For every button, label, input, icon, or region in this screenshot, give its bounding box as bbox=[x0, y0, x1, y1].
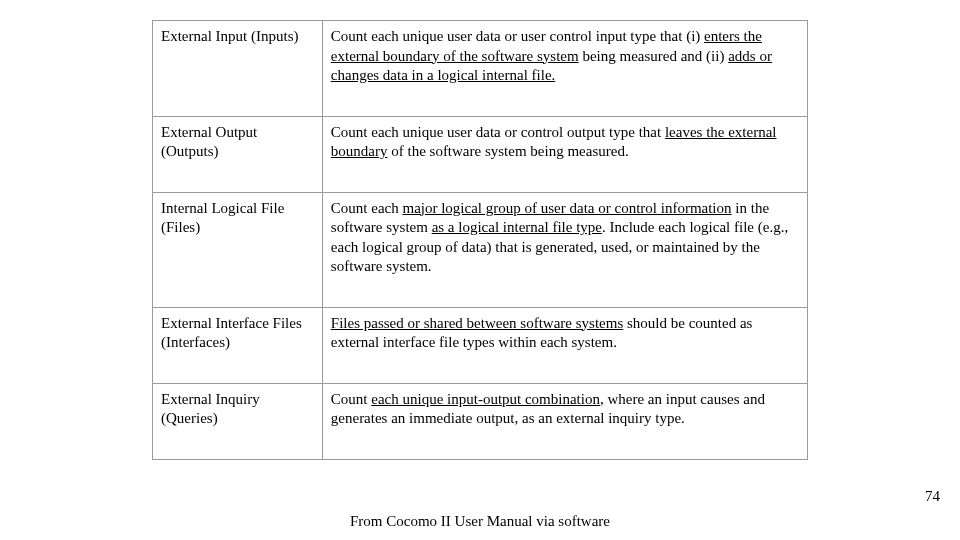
page-number: 74 bbox=[925, 488, 940, 505]
desc-text: Count each bbox=[331, 200, 403, 216]
desc-underline: Files passed or shared between software … bbox=[331, 315, 623, 331]
desc-underline: as a logical internal file type bbox=[432, 219, 602, 235]
row-description: Count each major logical group of user d… bbox=[322, 192, 807, 307]
row-label: External Inquiry (Queries) bbox=[153, 383, 323, 459]
desc-text: Count each unique user data or control o… bbox=[331, 124, 665, 140]
desc-text: Count bbox=[331, 391, 371, 407]
row-description: Count each unique user data or user cont… bbox=[322, 21, 807, 117]
row-label: External Input (Inputs) bbox=[153, 21, 323, 117]
table-row: External Output (Outputs) Count each uni… bbox=[153, 116, 808, 192]
table-row: Internal Logical File (Files) Count each… bbox=[153, 192, 808, 307]
row-label: External Output (Outputs) bbox=[153, 116, 323, 192]
row-label: External Interface Files (Interfaces) bbox=[153, 307, 323, 383]
table-row: External Inquiry (Queries) Count each un… bbox=[153, 383, 808, 459]
desc-underline: each unique input-output combination bbox=[371, 391, 600, 407]
desc-text: of the software system being measured. bbox=[387, 143, 628, 159]
table-row: External Interface Files (Interfaces) Fi… bbox=[153, 307, 808, 383]
slide-page: External Input (Inputs) Count each uniqu… bbox=[0, 0, 960, 540]
desc-underline: major logical group of user data or cont… bbox=[402, 200, 731, 216]
row-description: Files passed or shared between software … bbox=[322, 307, 807, 383]
function-point-table: External Input (Inputs) Count each uniqu… bbox=[152, 20, 808, 460]
desc-text: Count each unique user data or user cont… bbox=[331, 28, 704, 44]
row-description: Count each unique input-output combinati… bbox=[322, 383, 807, 459]
footer-caption: From Cocomo II User Manual via software bbox=[0, 513, 960, 530]
desc-text: being measured and (ii) bbox=[579, 48, 729, 64]
row-description: Count each unique user data or control o… bbox=[322, 116, 807, 192]
table-row: External Input (Inputs) Count each uniqu… bbox=[153, 21, 808, 117]
row-label: Internal Logical File (Files) bbox=[153, 192, 323, 307]
